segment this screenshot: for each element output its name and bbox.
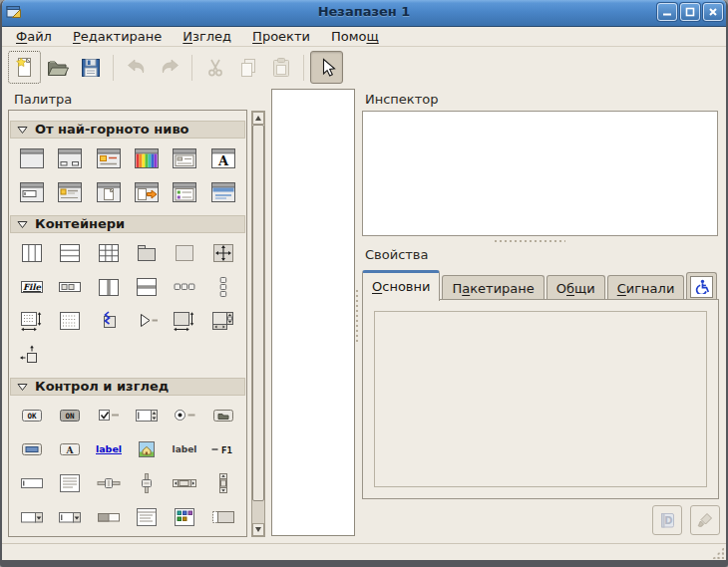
- new-button[interactable]: [8, 51, 41, 84]
- tab-basics[interactable]: Основни: [362, 270, 440, 301]
- palette-item-about-dialog[interactable]: [51, 179, 89, 205]
- dialog-icon: [57, 147, 83, 169]
- palette-item-color-selection-dialog[interactable]: [128, 145, 166, 171]
- palette-item-image[interactable]: [128, 436, 166, 462]
- palette-item-notebook[interactable]: [128, 240, 166, 266]
- palette-item-vbuttonbox[interactable]: [204, 274, 242, 300]
- palette-item-hscrollbar[interactable]: [166, 470, 203, 496]
- devhelp-icon: D: [658, 511, 676, 529]
- minimize-button[interactable]: [657, 3, 677, 21]
- close-button[interactable]: [703, 3, 723, 21]
- palette-item-frame[interactable]: [166, 240, 203, 266]
- selector-button[interactable]: [310, 51, 343, 84]
- palette-item-save-as-dialog[interactable]: [128, 179, 166, 205]
- scroll-down-button[interactable]: [252, 523, 264, 536]
- palette-item-check-button[interactable]: [90, 403, 128, 428]
- palette-item-app-window[interactable]: [204, 179, 242, 205]
- scroll-up-button[interactable]: [252, 112, 264, 125]
- palette-item-page-dialog[interactable]: [90, 179, 128, 205]
- open-button[interactable]: [41, 51, 74, 84]
- palette-item-button[interactable]: OK: [13, 403, 51, 428]
- resize-grip[interactable]: [712, 547, 724, 559]
- paintbrush-button[interactable]: [690, 505, 720, 535]
- palette-item-vscrollbar[interactable]: [204, 470, 242, 496]
- menu-файл[interactable]: Файл: [8, 28, 60, 45]
- palette-item-input-dialog[interactable]: [13, 179, 51, 205]
- paste-button[interactable]: [264, 51, 297, 84]
- menu-помощ[interactable]: Помощ: [323, 28, 387, 45]
- palette-item-list-dialog[interactable]: [166, 179, 203, 205]
- palette-item-spin-button[interactable]: [128, 403, 166, 428]
- palette-item-hbuttonbox[interactable]: [166, 274, 203, 300]
- palette-item-toggle-button[interactable]: ON: [51, 403, 89, 428]
- palette-item-tree-view[interactable]: [128, 504, 166, 530]
- palette-item-label[interactable]: label: [166, 436, 203, 462]
- palette-item-window[interactable]: [13, 145, 51, 171]
- palette-item-progress-bar[interactable]: [90, 504, 128, 530]
- design-canvas[interactable]: [271, 89, 355, 536]
- palette-item-hpaned[interactable]: [90, 274, 128, 300]
- frame-icon: [172, 242, 197, 264]
- palette-item-layout[interactable]: [51, 308, 89, 334]
- palette-item-hscale[interactable]: [90, 470, 128, 496]
- radio-button-icon: [172, 405, 197, 426]
- copy-button[interactable]: [231, 51, 264, 84]
- palette-section-header-0[interactable]: От най-горното ниво: [10, 121, 245, 139]
- tab-accessibility[interactable]: [686, 272, 717, 300]
- palette-item-vbox[interactable]: [51, 240, 89, 266]
- palette-item-font-selection-dialog[interactable]: A: [204, 145, 242, 171]
- palette-item-viewport[interactable]: [13, 308, 51, 334]
- scrollbar-thumb[interactable]: [252, 125, 264, 501]
- palette-item-menubar[interactable]: File: [13, 274, 51, 300]
- palette-item-file-selection-dialog[interactable]: [166, 145, 203, 171]
- palette-item-entry[interactable]: [13, 470, 51, 496]
- cut-button[interactable]: [198, 51, 231, 84]
- palette-item-accel-label[interactable]: F1: [204, 436, 242, 462]
- icon-view-icon: [172, 506, 197, 528]
- palette-item-option-menu[interactable]: [204, 403, 242, 428]
- splitter-grip-horizontal[interactable]: [494, 239, 565, 245]
- maximize-button[interactable]: [680, 3, 700, 21]
- palette-item-list[interactable]: [204, 504, 242, 530]
- splitter-grip-vertical[interactable]: [355, 289, 361, 344]
- tab-signals[interactable]: Сигнали: [607, 275, 685, 300]
- palette-item-toolbar[interactable]: [51, 274, 89, 300]
- palette-section-header-1[interactable]: Контейнери: [10, 215, 245, 233]
- devhelp-button[interactable]: D: [652, 505, 682, 535]
- palette-item-table[interactable]: [90, 240, 128, 266]
- palette-item-dialog[interactable]: [51, 145, 89, 171]
- titlebar[interactable]: Незапазен 1: [0, 0, 728, 27]
- palette-item-radio-button[interactable]: [166, 403, 203, 428]
- palette-item-color-button[interactable]: [13, 436, 51, 462]
- menu-проекти[interactable]: Проекти: [244, 28, 318, 45]
- palette-item-combo-box[interactable]: [13, 504, 51, 530]
- palette-item-hbox[interactable]: [13, 240, 51, 266]
- arrow-down-icon: [255, 527, 261, 532]
- palette-item-icon-view[interactable]: [166, 504, 203, 530]
- palette-item-alignment[interactable]: [13, 342, 51, 368]
- palette-item-font-button[interactable]: A: [51, 436, 89, 462]
- palette-item-combo-box-entry[interactable]: [51, 504, 89, 530]
- toolbar-separator: [303, 55, 304, 81]
- palette-item-scrolled-window[interactable]: [204, 308, 242, 334]
- palette-item-handlebox[interactable]: [90, 308, 128, 334]
- inspector-view[interactable]: [362, 111, 718, 236]
- palette-item-aspect-frame[interactable]: [166, 308, 203, 334]
- undo-button[interactable]: [120, 51, 153, 84]
- palette-item-message-dialog[interactable]: [90, 145, 128, 171]
- palette-item-vpaned[interactable]: [128, 274, 166, 300]
- palette-item-text-view[interactable]: [51, 470, 89, 496]
- menu-редактиране[interactable]: Редактиране: [65, 28, 170, 45]
- palette-scrollbar[interactable]: [251, 111, 265, 537]
- palette-item-fixed[interactable]: [204, 240, 242, 266]
- palette-item-link-button[interactable]: label: [90, 436, 128, 462]
- palette-item-vscale[interactable]: [128, 470, 166, 496]
- save-button[interactable]: [74, 51, 107, 84]
- tab-packing[interactable]: Пакетиране: [442, 275, 544, 300]
- menu-изглед[interactable]: Изглед: [175, 28, 239, 45]
- redo-button[interactable]: [153, 51, 185, 84]
- palette-section-header-2[interactable]: Контрол и изглед: [10, 378, 245, 396]
- hscale-icon: [96, 472, 122, 494]
- tab-common[interactable]: Общи: [546, 275, 605, 300]
- palette-item-expander[interactable]: [128, 308, 166, 334]
